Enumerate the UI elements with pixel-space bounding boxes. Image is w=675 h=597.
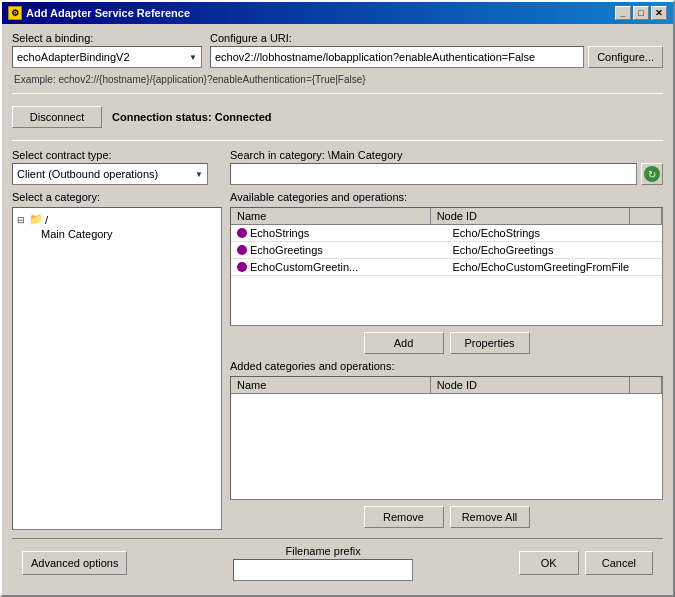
row3-nodeid: Echo/EchoCustomGreetingFromFile (447, 259, 663, 275)
middle-section: Select a category: ⊟ 📁 / Main Category A… (12, 191, 663, 530)
content-area: Select a binding: echoAdapterBindingV2 ▼… (2, 24, 673, 595)
title-bar-controls: _ □ ✕ (615, 6, 667, 20)
main-window: ⚙ Add Adapter Service Reference _ □ ✕ Se… (0, 0, 675, 597)
op-icon (237, 245, 247, 255)
table-row[interactable]: EchoStrings Echo/EchoStrings (231, 225, 662, 242)
binding-uri-row: Select a binding: echoAdapterBindingV2 ▼… (12, 32, 663, 68)
added-label: Added categories and operations: (230, 360, 663, 372)
available-col-extra (630, 208, 662, 224)
separator-1 (12, 93, 663, 94)
added-col-name: Name (231, 377, 431, 393)
table-row[interactable]: EchoGreetings Echo/EchoGreetings (231, 242, 662, 259)
tree-item-root[interactable]: ⊟ 📁 / (17, 212, 217, 227)
binding-dropdown[interactable]: echoAdapterBindingV2 ▼ (12, 46, 202, 68)
table-row[interactable]: EchoCustomGreetin... Echo/EchoCustomGree… (231, 259, 662, 276)
add-button[interactable]: Add (364, 332, 444, 354)
uri-input-row: Configure... (210, 46, 663, 68)
search-button[interactable]: ↻ (641, 163, 663, 185)
separator-2 (12, 140, 663, 141)
op-icon (237, 262, 247, 272)
uri-group: Configure a URI: Configure... (210, 32, 663, 68)
left-panel: Select a category: ⊟ 📁 / Main Category (12, 191, 222, 530)
contract-group: Select contract type: Client (Outbound o… (12, 149, 222, 185)
tree-toggle-root: ⊟ (17, 215, 27, 225)
cancel-button[interactable]: Cancel (585, 551, 653, 575)
contract-search-row: Select contract type: Client (Outbound o… (12, 149, 663, 185)
available-col-name: Name (231, 208, 431, 224)
title-bar-left: ⚙ Add Adapter Service Reference (8, 6, 190, 20)
tree-item-main[interactable]: Main Category (17, 227, 217, 241)
binding-value: echoAdapterBindingV2 (17, 51, 130, 63)
added-table-body (231, 394, 662, 474)
row2-name: EchoGreetings (231, 242, 447, 258)
properties-button[interactable]: Properties (450, 332, 530, 354)
binding-arrow-icon: ▼ (189, 53, 197, 62)
contract-label: Select contract type: (12, 149, 222, 161)
advanced-options-button[interactable]: Advanced options (22, 551, 127, 575)
filename-group: Filename prefix (127, 545, 518, 581)
contract-value: Client (Outbound operations) (17, 168, 158, 180)
remove-all-button[interactable]: Remove All (450, 506, 530, 528)
tree-item-label-root: / (45, 214, 48, 226)
minimize-button[interactable]: _ (615, 6, 631, 20)
tree-folder-icon: 📁 (29, 213, 43, 226)
search-label: Search in category: \Main Category (230, 149, 663, 161)
search-icon: ↻ (644, 166, 660, 182)
binding-group: Select a binding: echoAdapterBindingV2 ▼ (12, 32, 202, 68)
status-value: Connected (215, 111, 272, 123)
available-table: Name Node ID EchoStrings Echo/EchoString… (230, 207, 663, 326)
row1-name: EchoStrings (231, 225, 447, 241)
status-prefix: Connection status: (112, 111, 212, 123)
status-bar: Disconnect Connection status: Connected (12, 102, 663, 132)
binding-label: Select a binding: (12, 32, 202, 44)
filename-label: Filename prefix (286, 545, 361, 557)
available-table-header: Name Node ID (231, 208, 662, 225)
add-properties-row: Add Properties (230, 330, 663, 356)
ok-button[interactable]: OK (519, 551, 579, 575)
uri-label: Configure a URI: (210, 32, 663, 44)
added-table-header: Name Node ID (231, 377, 662, 394)
added-col-nodeid: Node ID (431, 377, 631, 393)
tree-item-label-main: Main Category (41, 228, 113, 240)
uri-example: Example: echov2://{hostname}/{applicatio… (14, 74, 663, 85)
available-table-body: EchoStrings Echo/EchoStrings EchoGreetin… (231, 225, 662, 325)
added-col-extra (630, 377, 662, 393)
remove-row: Remove Remove All (230, 504, 663, 530)
search-row: ↻ (230, 163, 663, 185)
op-icon (237, 228, 247, 238)
remove-button[interactable]: Remove (364, 506, 444, 528)
disconnect-button[interactable]: Disconnect (12, 106, 102, 128)
close-button[interactable]: ✕ (651, 6, 667, 20)
available-col-nodeid: Node ID (431, 208, 631, 224)
connection-status-label: Connection status: Connected (112, 111, 272, 123)
search-group: Search in category: \Main Category ↻ (230, 149, 663, 185)
configure-button[interactable]: Configure... (588, 46, 663, 68)
available-label: Available categories and operations: (230, 191, 663, 203)
contract-arrow-icon: ▼ (195, 170, 203, 179)
contract-dropdown[interactable]: Client (Outbound operations) ▼ (12, 163, 208, 185)
uri-input[interactable] (210, 46, 584, 68)
dialog-buttons: OK Cancel (519, 551, 653, 575)
search-input[interactable] (230, 163, 637, 185)
bottom-bar: Advanced options Filename prefix OK Canc… (12, 538, 663, 587)
added-table: Name Node ID (230, 376, 663, 500)
category-tree[interactable]: ⊟ 📁 / Main Category (12, 207, 222, 530)
row2-nodeid: Echo/EchoGreetings (447, 242, 663, 258)
window-icon: ⚙ (8, 6, 22, 20)
row3-name: EchoCustomGreetin... (231, 259, 447, 275)
maximize-button[interactable]: □ (633, 6, 649, 20)
filename-input[interactable] (233, 559, 413, 581)
right-panel: Available categories and operations: Nam… (230, 191, 663, 530)
window-title: Add Adapter Service Reference (26, 7, 190, 19)
row1-nodeid: Echo/EchoStrings (447, 225, 663, 241)
category-label: Select a category: (12, 191, 222, 203)
title-bar: ⚙ Add Adapter Service Reference _ □ ✕ (2, 2, 673, 24)
